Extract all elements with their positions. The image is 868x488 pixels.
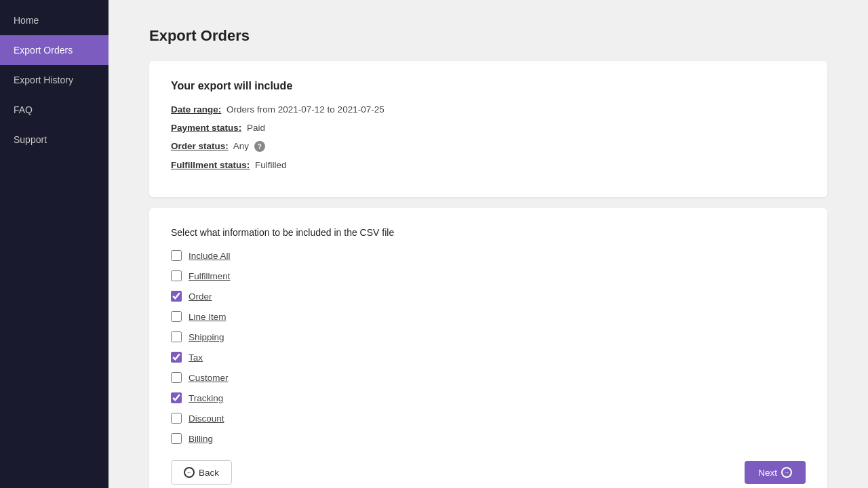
date-range-value: Orders from 2021-07-12 to 2021-07-25	[226, 104, 384, 115]
checkbox-order[interactable]	[171, 291, 182, 302]
csv-section-title: Select what information to be included i…	[171, 227, 806, 238]
csv-options-card: Select what information to be included i…	[149, 208, 827, 488]
back-button-label: Back	[199, 468, 219, 478]
checkbox-item-line-item[interactable]: Line Item	[171, 311, 806, 322]
fulfillment-status-value: Fulfilled	[255, 160, 287, 170]
checkbox-item-customer[interactable]: Customer	[171, 372, 806, 383]
checkbox-item-include-all[interactable]: Include All	[171, 250, 806, 261]
sidebar: Home Export Orders Export History FAQ Su…	[0, 0, 108, 488]
sidebar-item-export-orders-label: Export Orders	[14, 45, 73, 56]
checkbox-item-fulfillment[interactable]: Fulfillment	[171, 270, 806, 281]
sidebar-item-export-history[interactable]: Export History	[0, 65, 108, 95]
sidebar-item-export-history-label: Export History	[14, 75, 73, 85]
back-button[interactable]: ← Back	[171, 460, 232, 485]
sidebar-item-faq-label: FAQ	[14, 104, 33, 115]
checkbox-item-discount[interactable]: Discount	[171, 413, 806, 424]
next-icon: →	[781, 467, 792, 478]
button-row: ← Back Next →	[171, 460, 806, 485]
checkbox-item-tracking[interactable]: Tracking	[171, 392, 806, 403]
order-status-help-icon[interactable]: ?	[254, 141, 265, 152]
main-content: Export Orders Your export will include D…	[108, 0, 868, 488]
checkbox-label-fulfillment: Fulfillment	[189, 271, 231, 281]
order-status-label: Order status:	[171, 141, 229, 151]
checkbox-label-include-all: Include All	[189, 251, 231, 261]
fulfillment-status-row: Fulfillment status: Fulfilled	[171, 160, 806, 170]
sidebar-item-export-orders[interactable]: Export Orders	[0, 35, 108, 65]
payment-status-row: Payment status: Paid	[171, 123, 806, 133]
checkbox-item-order[interactable]: Order	[171, 291, 806, 302]
checkbox-billing[interactable]	[171, 433, 182, 444]
checkbox-label-line-item: Line Item	[189, 312, 226, 322]
date-range-label: Date range:	[171, 104, 221, 115]
checkbox-include-all[interactable]	[171, 250, 182, 261]
export-summary-card: Your export will include Date range: Ord…	[149, 61, 827, 197]
sidebar-item-home-label: Home	[14, 15, 39, 26]
checkbox-label-discount: Discount	[189, 413, 224, 424]
checkboxes-container: Include AllFulfillmentOrderLine ItemShip…	[171, 250, 806, 444]
checkbox-label-shipping: Shipping	[189, 332, 224, 342]
checkbox-shipping[interactable]	[171, 331, 182, 342]
checkbox-line-item[interactable]	[171, 311, 182, 322]
checkbox-tax[interactable]	[171, 352, 182, 363]
back-icon: ←	[184, 467, 195, 478]
checkbox-tracking[interactable]	[171, 392, 182, 403]
checkbox-customer[interactable]	[171, 372, 182, 383]
export-summary-title: Your export will include	[171, 80, 806, 92]
sidebar-item-home[interactable]: Home	[0, 5, 108, 35]
order-status-row: Order status: Any ?	[171, 141, 806, 152]
checkbox-item-tax[interactable]: Tax	[171, 352, 806, 363]
checkbox-discount[interactable]	[171, 413, 182, 424]
date-range-row: Date range: Orders from 2021-07-12 to 20…	[171, 104, 806, 115]
fulfillment-status-label: Fulfillment status:	[171, 160, 250, 170]
checkbox-label-order: Order	[189, 291, 212, 302]
payment-status-label: Payment status:	[171, 123, 241, 133]
checkbox-item-billing[interactable]: Billing	[171, 433, 806, 444]
sidebar-item-support[interactable]: Support	[0, 125, 108, 155]
next-button-label: Next	[758, 468, 777, 478]
payment-status-value: Paid	[247, 123, 265, 133]
checkbox-label-billing: Billing	[189, 434, 213, 444]
checkbox-label-tracking: Tracking	[189, 393, 223, 403]
order-status-value: Any	[233, 141, 249, 151]
checkbox-item-shipping[interactable]: Shipping	[171, 331, 806, 342]
checkbox-label-tax: Tax	[189, 352, 203, 363]
sidebar-item-faq[interactable]: FAQ	[0, 95, 108, 125]
checkbox-label-customer: Customer	[189, 373, 229, 383]
page-title: Export Orders	[149, 27, 827, 45]
checkbox-fulfillment[interactable]	[171, 270, 182, 281]
sidebar-item-support-label: Support	[14, 134, 47, 145]
next-button[interactable]: Next →	[745, 461, 806, 484]
